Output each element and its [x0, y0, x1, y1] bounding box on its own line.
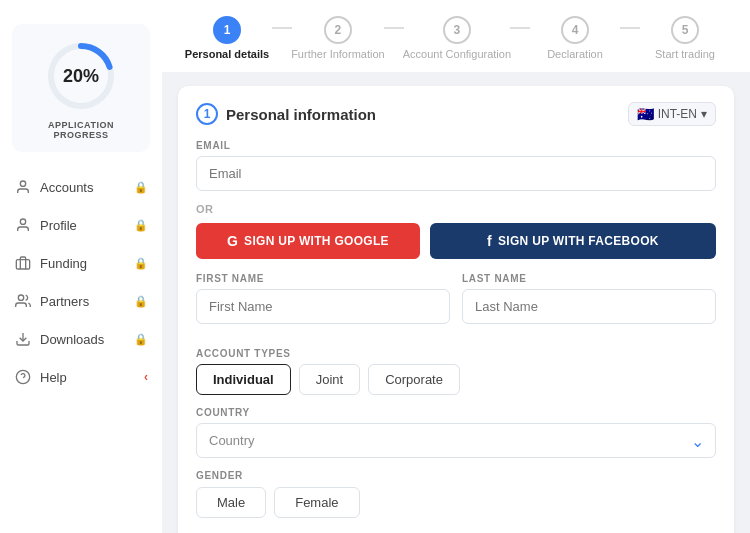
step-2[interactable]: 2 Further Information	[292, 16, 384, 60]
account-types-group: ACCOUNT TYPES Individual Joint Corporate	[196, 348, 716, 395]
form-card-num: 1	[196, 103, 218, 125]
step-4[interactable]: 4 Declaration	[530, 16, 620, 60]
main-content: 1 Personal details 2 Further Information…	[162, 0, 750, 533]
country-select-wrapper: Country ⌄	[196, 423, 716, 458]
step-line-2-3	[384, 27, 404, 29]
progress-card: 20% APPLICATIONPROGRESS	[12, 24, 150, 152]
step-4-circle: 4	[561, 16, 589, 44]
country-label: COUNTRY	[196, 407, 716, 418]
lock-icon-downloads: 🔒	[134, 333, 148, 346]
progress-circle: 20%	[45, 40, 117, 112]
country-field-group: COUNTRY Country ⌄	[196, 407, 716, 458]
sidebar-item-downloads-label: Downloads	[40, 332, 126, 347]
first-name-input[interactable]	[196, 289, 450, 324]
downloads-icon	[14, 330, 32, 348]
language-selector[interactable]: 🇦🇺 INT-EN ▾	[628, 102, 716, 126]
last-name-label: LAST NAME	[462, 273, 716, 284]
sidebar-item-profile-label: Profile	[40, 218, 126, 233]
funding-icon	[14, 254, 32, 272]
google-signup-label: SIGN UP WITH GOOGLE	[244, 234, 389, 248]
step-line-4-5	[620, 27, 640, 29]
sidebar-nav: Accounts 🔒 Profile 🔒 Funding �	[0, 168, 162, 396]
gender-buttons: Male Female	[196, 487, 716, 518]
svg-rect-4	[16, 260, 29, 269]
sidebar-item-funding-label: Funding	[40, 256, 126, 271]
sidebar-item-accounts-label: Accounts	[40, 180, 126, 195]
gender-female[interactable]: Female	[274, 487, 359, 518]
chevron-left-icon: ‹	[144, 370, 148, 384]
form-area: 1 Personal information 🇦🇺 INT-EN ▾ EMAIL…	[162, 72, 750, 533]
step-5-label: Start trading	[655, 48, 715, 60]
account-type-individual[interactable]: Individual	[196, 364, 291, 395]
flag-icon: 🇦🇺	[637, 106, 654, 122]
email-label: EMAIL	[196, 140, 716, 151]
partners-icon	[14, 292, 32, 310]
social-buttons: G SIGN UP WITH GOOGLE f SIGN UP WITH FAC…	[196, 223, 716, 259]
svg-point-5	[18, 295, 23, 300]
first-name-group: FIRST NAME	[196, 273, 450, 324]
facebook-signup-button[interactable]: f SIGN UP WITH FACEBOOK	[430, 223, 716, 259]
progress-label: APPLICATIONPROGRESS	[48, 120, 114, 140]
svg-point-3	[20, 219, 25, 224]
person-icon	[14, 178, 32, 196]
sidebar-item-partners[interactable]: Partners 🔒	[0, 282, 162, 320]
step-1-circle: 1	[213, 16, 241, 44]
step-3[interactable]: 3 Account Configuration	[404, 16, 510, 60]
progress-percent: 20%	[63, 66, 99, 87]
step-3-circle: 3	[443, 16, 471, 44]
sidebar-item-downloads[interactable]: Downloads 🔒	[0, 320, 162, 358]
facebook-signup-label: SIGN UP WITH FACEBOOK	[498, 234, 659, 248]
account-type-joint[interactable]: Joint	[299, 364, 360, 395]
facebook-icon: f	[487, 233, 492, 249]
step-5[interactable]: 5 Start trading	[640, 16, 730, 60]
step-2-circle: 2	[324, 16, 352, 44]
google-signup-button[interactable]: G SIGN UP WITH GOOGLE	[196, 223, 420, 259]
google-icon: G	[227, 233, 238, 249]
form-card-title-text: Personal information	[226, 106, 376, 123]
or-divider: OR	[196, 203, 716, 215]
sidebar-item-accounts[interactable]: Accounts 🔒	[0, 168, 162, 206]
email-input[interactable]	[196, 156, 716, 191]
country-select[interactable]: Country	[196, 423, 716, 458]
first-name-label: FIRST NAME	[196, 273, 450, 284]
personal-info-card: 1 Personal information 🇦🇺 INT-EN ▾ EMAIL…	[178, 86, 734, 533]
help-icon	[14, 368, 32, 386]
sidebar-item-profile[interactable]: Profile 🔒	[0, 206, 162, 244]
gender-field-group: GENDER Male Female	[196, 470, 716, 518]
step-3-label: Account Configuration	[403, 48, 511, 60]
lang-label: INT-EN	[658, 107, 697, 121]
name-row: FIRST NAME LAST NAME	[196, 273, 716, 336]
account-types-buttons: Individual Joint Corporate	[196, 364, 716, 395]
lock-icon-accounts: 🔒	[134, 181, 148, 194]
account-type-corporate[interactable]: Corporate	[368, 364, 460, 395]
sidebar-item-partners-label: Partners	[40, 294, 126, 309]
form-card-title: 1 Personal information	[196, 103, 376, 125]
sidebar-item-help[interactable]: Help ‹	[0, 358, 162, 396]
sidebar-item-funding[interactable]: Funding 🔒	[0, 244, 162, 282]
sidebar: 20% APPLICATIONPROGRESS Accounts 🔒	[0, 0, 162, 533]
lock-icon-funding: 🔒	[134, 257, 148, 270]
gender-male[interactable]: Male	[196, 487, 266, 518]
step-1-label: Personal details	[185, 48, 269, 60]
step-1[interactable]: 1 Personal details	[182, 16, 272, 60]
gender-label: GENDER	[196, 470, 716, 481]
last-name-input[interactable]	[462, 289, 716, 324]
step-line-1-2	[272, 27, 292, 29]
lock-icon-profile: 🔒	[134, 219, 148, 232]
svg-point-2	[20, 181, 25, 186]
lock-icon-partners: 🔒	[134, 295, 148, 308]
stepper-container: 1 Personal details 2 Further Information…	[162, 0, 750, 72]
chevron-down-icon: ▾	[701, 107, 707, 121]
profile-icon	[14, 216, 32, 234]
step-2-label: Further Information	[291, 48, 385, 60]
form-card-header: 1 Personal information 🇦🇺 INT-EN ▾	[196, 102, 716, 126]
step-line-3-4	[510, 27, 530, 29]
account-types-label: ACCOUNT TYPES	[196, 348, 716, 359]
sidebar-item-help-label: Help	[40, 370, 136, 385]
step-4-label: Declaration	[547, 48, 603, 60]
email-field-group: EMAIL	[196, 140, 716, 191]
step-5-circle: 5	[671, 16, 699, 44]
stepper: 1 Personal details 2 Further Information…	[182, 16, 730, 60]
last-name-group: LAST NAME	[462, 273, 716, 324]
